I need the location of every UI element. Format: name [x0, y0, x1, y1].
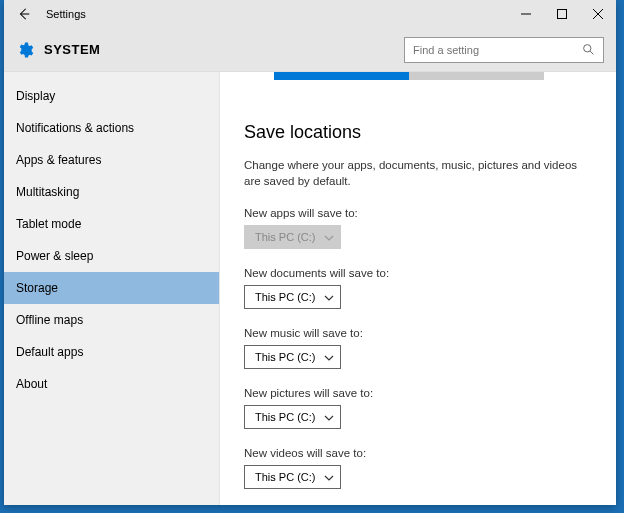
window-title: Settings	[46, 8, 86, 20]
page-description: Change where your apps, documents, music…	[244, 157, 584, 189]
dropdown-value: This PC (C:)	[255, 291, 316, 303]
search-input[interactable]	[413, 44, 582, 56]
chevron-down-icon	[324, 291, 334, 303]
close-icon	[593, 9, 603, 19]
chevron-down-icon	[324, 351, 334, 363]
sidebar-item-multitasking[interactable]: Multitasking	[4, 176, 219, 208]
sidebar: DisplayNotifications & actionsApps & fea…	[4, 72, 220, 505]
settings-window: Settings SYSTEM DisplayNotifications & a…	[4, 0, 616, 505]
sidebar-item-default-apps[interactable]: Default apps	[4, 336, 219, 368]
progress-empty	[409, 72, 544, 80]
chevron-down-icon	[324, 231, 334, 243]
save-location-dropdown: This PC (C:)	[244, 225, 341, 249]
save-location-dropdown[interactable]: This PC (C:)	[244, 285, 341, 309]
dropdown-value: This PC (C:)	[255, 351, 316, 363]
save-location-dropdown[interactable]: This PC (C:)	[244, 405, 341, 429]
setting-label: New videos will save to:	[244, 447, 596, 459]
dropdown-value: This PC (C:)	[255, 231, 316, 243]
svg-rect-2	[558, 10, 567, 19]
search-box[interactable]	[404, 37, 604, 63]
back-button[interactable]	[12, 2, 36, 26]
sidebar-item-notifications-actions[interactable]: Notifications & actions	[4, 112, 219, 144]
main-panel: Save locations Change where your apps, d…	[220, 72, 616, 505]
sidebar-item-display[interactable]: Display	[4, 80, 219, 112]
setting-block: New music will save to:This PC (C:)	[244, 327, 596, 369]
dropdown-value: This PC (C:)	[255, 411, 316, 423]
dropdown-value: This PC (C:)	[255, 471, 316, 483]
save-location-dropdown[interactable]: This PC (C:)	[244, 465, 341, 489]
maximize-button[interactable]	[544, 0, 580, 28]
sidebar-item-offline-maps[interactable]: Offline maps	[4, 304, 219, 336]
sidebar-item-power-sleep[interactable]: Power & sleep	[4, 240, 219, 272]
storage-progress-bar	[274, 72, 544, 82]
setting-block: New documents will save to:This PC (C:)	[244, 267, 596, 309]
header: SYSTEM	[4, 28, 616, 72]
sidebar-item-about[interactable]: About	[4, 368, 219, 400]
setting-label: New apps will save to:	[244, 207, 596, 219]
sidebar-item-apps-features[interactable]: Apps & features	[4, 144, 219, 176]
setting-label: New pictures will save to:	[244, 387, 596, 399]
setting-label: New documents will save to:	[244, 267, 596, 279]
svg-point-5	[584, 45, 591, 52]
back-arrow-icon	[17, 7, 31, 21]
sidebar-item-tablet-mode[interactable]: Tablet mode	[4, 208, 219, 240]
window-controls	[508, 0, 616, 28]
svg-line-6	[590, 51, 593, 54]
setting-label: New music will save to:	[244, 327, 596, 339]
chevron-down-icon	[324, 471, 334, 483]
gear-icon	[16, 41, 34, 59]
page-title: Save locations	[244, 122, 596, 143]
setting-block: New videos will save to:This PC (C:)	[244, 447, 596, 489]
setting-block: New pictures will save to:This PC (C:)	[244, 387, 596, 429]
save-location-dropdown[interactable]: This PC (C:)	[244, 345, 341, 369]
settings-list: New apps will save to:This PC (C:)New do…	[244, 207, 596, 489]
titlebar: Settings	[4, 0, 616, 28]
minimize-icon	[521, 9, 531, 19]
setting-block: New apps will save to:This PC (C:)	[244, 207, 596, 249]
minimize-button[interactable]	[508, 0, 544, 28]
search-icon	[582, 43, 595, 56]
content: DisplayNotifications & actionsApps & fea…	[4, 72, 616, 505]
close-button[interactable]	[580, 0, 616, 28]
progress-fill	[274, 72, 409, 80]
chevron-down-icon	[324, 411, 334, 423]
maximize-icon	[557, 9, 567, 19]
header-title: SYSTEM	[44, 42, 100, 57]
sidebar-item-storage[interactable]: Storage	[4, 272, 219, 304]
